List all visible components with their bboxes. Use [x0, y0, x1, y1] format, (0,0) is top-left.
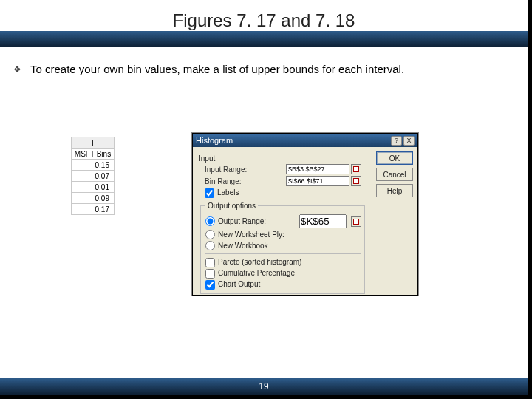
- new-workbook-radio[interactable]: [205, 241, 215, 250]
- input-range-field[interactable]: [286, 164, 349, 174]
- bin-value: 0.01: [72, 182, 115, 193]
- dialog-titlebar: Histogram ? X: [193, 134, 417, 147]
- dialog-title: Histogram: [196, 136, 233, 145]
- output-range-radio[interactable]: [205, 216, 215, 226]
- cumulative-checkbox[interactable]: [205, 269, 215, 279]
- ref-select-icon[interactable]: [351, 164, 361, 174]
- page-title: Figures 7. 17 and 7. 18: [0, 10, 528, 31]
- new-worksheet-label: New Worksheet Ply:: [218, 231, 284, 239]
- page-number: 19: [259, 381, 268, 392]
- chart-output-checkbox[interactable]: [205, 280, 215, 290]
- bin-value: 0.09: [72, 193, 115, 204]
- cumulative-label: Cumulative Percentage: [218, 269, 295, 277]
- close-icon[interactable]: X: [403, 136, 415, 146]
- input-range-label: Input Range:: [205, 166, 286, 174]
- bin-range-field[interactable]: [286, 176, 349, 186]
- help-icon[interactable]: ?: [391, 136, 402, 146]
- input-section-label: Input: [199, 154, 366, 163]
- labels-checkbox-label: Labels: [217, 188, 239, 197]
- bullet-text: To create your own bin values, make a li…: [30, 62, 404, 77]
- output-range-label: Output Range:: [218, 217, 295, 225]
- bin-value: -0.15: [72, 160, 115, 171]
- ok-button[interactable]: OK: [376, 151, 413, 165]
- bin-range-label: Bin Range:: [205, 177, 286, 185]
- new-worksheet-radio[interactable]: [205, 230, 215, 239]
- separator: [205, 253, 361, 254]
- bullet-item: ❖ To create your own bin values, make a …: [13, 62, 511, 77]
- ref-select-icon[interactable]: [351, 176, 361, 186]
- bin-value: 0.17: [72, 204, 115, 215]
- title-band: [0, 31, 528, 47]
- output-options-group: Output options Output Range: New Workshe…: [200, 202, 365, 294]
- bin-value: -0.07: [72, 171, 115, 182]
- col-header: I: [72, 137, 115, 149]
- pareto-label: Pareto (sorted histogram): [218, 258, 301, 266]
- ref-select-icon[interactable]: [351, 216, 361, 227]
- bullet-icon: ❖: [13, 64, 21, 75]
- cancel-button[interactable]: Cancel: [376, 168, 413, 181]
- chart-output-label: Chart Output: [218, 280, 260, 288]
- slide: Figures 7. 17 and 7. 18 ❖ To create your…: [0, 0, 532, 399]
- labels-checkbox[interactable]: [205, 188, 214, 198]
- output-options-legend: Output options: [205, 202, 258, 210]
- row-label: MSFT Bins: [72, 149, 115, 160]
- help-button[interactable]: Help: [376, 184, 413, 197]
- histogram-dialog: Histogram ? X OK Cancel Help Input Input…: [192, 133, 418, 296]
- new-workbook-label: New Workbook: [218, 242, 268, 250]
- footer-bar: 19: [0, 378, 528, 395]
- output-range-field[interactable]: [299, 214, 347, 228]
- pareto-checkbox[interactable]: [205, 258, 215, 267]
- bin-table: I MSFT Bins -0.15 -0.07 0.01 0.09 0.17: [71, 137, 115, 215]
